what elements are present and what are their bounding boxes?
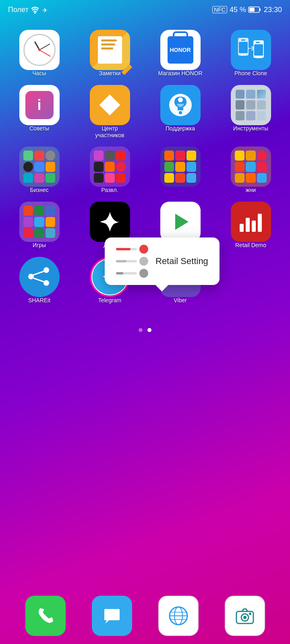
wifi-icon: [31, 6, 39, 14]
app-games-label: Игры: [33, 242, 46, 249]
app-life[interactable]: жни: [215, 142, 286, 198]
svg-point-0: [34, 12, 36, 14]
status-right: NFC 45 % 23:30: [212, 6, 282, 14]
app-phone-clone[interactable]: Phone Clone: [215, 26, 286, 81]
status-left: Полет ✈: [8, 6, 50, 14]
page-dot-2[interactable]: [147, 328, 151, 332]
play-games-icon: [160, 202, 201, 242]
dock-camera[interactable]: [225, 596, 265, 636]
svg-point-19: [28, 274, 34, 279]
page-dots: [0, 320, 290, 339]
svg-point-14: [178, 97, 183, 102]
svg-rect-4: [249, 8, 255, 12]
app-tools[interactable]: Инструменты: [215, 81, 286, 143]
slider-row-2: [116, 257, 148, 266]
app-entertainment-label: Развл.: [101, 187, 118, 194]
svg-point-37: [249, 613, 251, 615]
slider-row-3: [116, 269, 148, 278]
app-tips[interactable]: i Советы: [4, 81, 75, 143]
life-folder-icon: [231, 147, 271, 187]
svg-rect-11: [254, 44, 263, 56]
slider-circle-1: [139, 245, 148, 254]
app-honor-store-label: Магазин HONOR: [158, 70, 203, 77]
popup-sliders: [116, 245, 148, 278]
app-notes[interactable]: Заметки: [75, 26, 145, 81]
app-members[interactable]: Центр участников: [75, 81, 145, 143]
business-folder-icon: [19, 147, 60, 187]
app-tips-label: Советы: [29, 125, 49, 132]
app-life-label: жни: [246, 187, 256, 194]
app-entertainment[interactable]: Развл.: [75, 142, 145, 198]
games-folder-icon: [19, 202, 60, 242]
svg-rect-12: [256, 57, 261, 58]
app-retail-demo[interactable]: Retail Demo: [215, 198, 286, 253]
app-shareit[interactable]: SHAREit: [4, 253, 75, 308]
phone-clone-icon: [231, 30, 271, 70]
slider-line-gray2: [116, 272, 137, 275]
app-retail-demo-label: Retail Demo: [235, 242, 266, 249]
app-viber-label: Viber: [174, 297, 186, 304]
app-tools-label: Инструменты: [233, 125, 268, 132]
app-shareit-label: SHAREit: [28, 297, 50, 304]
app-clock[interactable]: Часы: [4, 26, 75, 81]
page-dot-1[interactable]: [139, 328, 143, 332]
popup-label: Retail Setting: [155, 256, 208, 266]
nfc-label: NFC: [212, 6, 227, 13]
app-support[interactable]: Поддержка: [145, 81, 215, 143]
time-label: 23:30: [264, 6, 282, 14]
app-business[interactable]: Бизнес: [4, 142, 75, 198]
app-phone-clone-label: Phone Clone: [234, 70, 267, 77]
app-members-label: Центр участников: [88, 125, 132, 139]
support-icon: [160, 85, 201, 125]
airplane-icon: ✈: [41, 6, 50, 14]
svg-point-15: [179, 111, 182, 114]
battery-label: 45 %: [230, 6, 246, 14]
dock-messages[interactable]: [92, 596, 132, 636]
dzen-icon: [90, 202, 130, 242]
honor-store-icon: HONOR: [160, 30, 201, 70]
status-bar: Полет ✈ NFC 45 % 23:30: [0, 0, 290, 18]
dock-browser[interactable]: [158, 596, 199, 636]
tools-icon: [231, 85, 271, 125]
battery-icon: [249, 6, 261, 13]
svg-point-21: [44, 280, 49, 286]
app-clock-label: Часы: [32, 70, 46, 77]
slider-row-1: [116, 245, 148, 254]
app-notes-label: Заметки: [99, 70, 121, 77]
entertainment-folder-icon: [90, 147, 130, 187]
notes-icon: [90, 30, 130, 70]
svg-point-20: [44, 267, 49, 273]
svg-rect-6: [241, 39, 245, 41]
retail-demo-icon: [231, 202, 271, 242]
app-support-label: Поддержка: [166, 125, 195, 132]
slider-circle-2: [139, 257, 148, 266]
dock: [0, 596, 290, 636]
slider-line-red: [116, 248, 137, 250]
app-business-label: Бизнес: [30, 187, 49, 194]
svg-text:✈: ✈: [42, 7, 48, 14]
svg-rect-8: [240, 55, 246, 56]
dock-phone[interactable]: [25, 596, 66, 636]
app-telegram-label: Telegram: [98, 297, 122, 304]
svg-point-36: [243, 616, 246, 619]
retail-setting-popup[interactable]: Retail Setting: [105, 237, 220, 285]
members-icon: [90, 85, 130, 125]
svg-rect-10: [256, 42, 260, 43]
app-games[interactable]: Игры: [4, 198, 75, 253]
svg-rect-7: [239, 42, 248, 53]
app-folder3[interactable]: [145, 142, 215, 198]
slider-circle-3: [139, 269, 148, 278]
shareit-icon: [19, 257, 60, 297]
clock-icon: [19, 30, 60, 70]
tips-icon: i: [19, 85, 60, 125]
app-honor-store[interactable]: HONOR Магазин HONOR: [145, 26, 215, 81]
flight-mode-label: Полет: [8, 6, 29, 14]
folder3-icon: [160, 147, 201, 187]
app-empty: [215, 253, 286, 308]
slider-line-gray1: [116, 260, 137, 262]
svg-rect-3: [259, 8, 261, 11]
